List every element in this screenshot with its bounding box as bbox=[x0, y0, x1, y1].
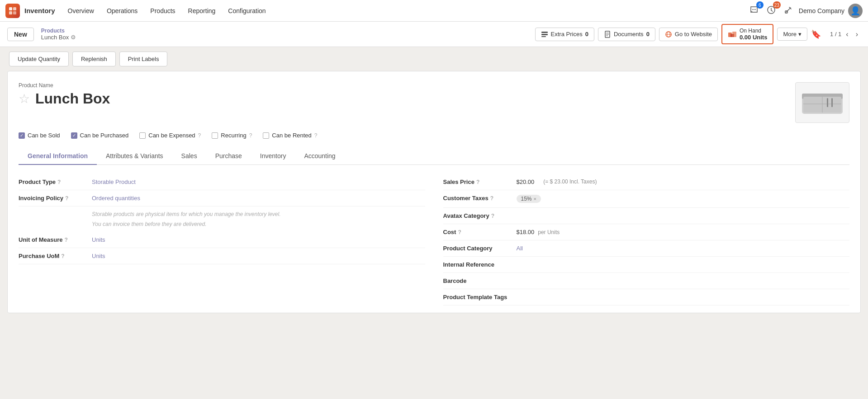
product-template-tags-label: Product Template Tags bbox=[443, 294, 511, 300]
chat-badge: 6 bbox=[756, 1, 764, 9]
documents-label: Documents bbox=[614, 31, 644, 38]
product-image bbox=[795, 82, 849, 123]
go-to-website-button[interactable]: Go to Website bbox=[659, 28, 718, 41]
invoicing-policy-label: Invoicing Policy ? bbox=[19, 195, 86, 202]
can-be-expensed-help-icon[interactable]: ? bbox=[198, 132, 201, 139]
on-hand-value: 0.00 Units bbox=[740, 34, 767, 41]
nav-products[interactable]: Products bbox=[145, 5, 180, 17]
product-type-label: Product Type ? bbox=[19, 178, 86, 185]
svg-rect-23 bbox=[831, 98, 833, 107]
breadcrumb: Products Lunch Box ⚙ bbox=[41, 28, 76, 41]
field-sales-price: Sales Price ? $20.00 (= $ 23.00 Incl. Ta… bbox=[443, 174, 850, 190]
bookmark-button[interactable]: 🔖 bbox=[811, 29, 821, 39]
nav-operations[interactable]: Operations bbox=[101, 5, 143, 17]
cost-value[interactable]: $18.00 bbox=[517, 229, 535, 235]
on-hand-label: On Hand bbox=[740, 28, 761, 34]
sales-price-label: Sales Price ? bbox=[443, 178, 511, 185]
tab-accounting[interactable]: Accounting bbox=[295, 148, 344, 165]
field-unit-of-measure: Unit of Measure ? Units bbox=[19, 232, 425, 248]
favorite-icon[interactable]: ☆ bbox=[19, 91, 30, 106]
svg-point-6 bbox=[755, 9, 756, 10]
gear-icon[interactable]: ⚙ bbox=[71, 34, 76, 41]
purchase-uom-help-icon[interactable]: ? bbox=[61, 253, 64, 259]
user-avatar[interactable]: 👤 bbox=[848, 4, 863, 18]
extra-prices-count: 0 bbox=[585, 31, 588, 38]
product-header: Product Name ☆ Lunch Box bbox=[19, 82, 849, 123]
invoicing-policy-help-icon[interactable]: ? bbox=[65, 195, 68, 202]
extra-prices-button[interactable]: Extra Prices 0 bbox=[535, 28, 594, 41]
field-cost: Cost ? $18.00 per Units bbox=[443, 224, 850, 240]
sales-price-value[interactable]: $20.00 bbox=[517, 178, 535, 185]
field-avatax-category: Avatax Category ? bbox=[443, 208, 850, 224]
unit-of-measure-value[interactable]: Units bbox=[92, 236, 105, 243]
tab-inventory[interactable]: Inventory bbox=[251, 148, 295, 165]
svg-rect-9 bbox=[541, 32, 548, 33]
avatax-category-help-icon[interactable]: ? bbox=[491, 213, 494, 219]
app-logo[interactable] bbox=[5, 4, 20, 18]
more-button[interactable]: More ▾ bbox=[777, 28, 807, 41]
can-be-rented-help-icon[interactable]: ? bbox=[314, 132, 318, 139]
product-name-label: Product Name bbox=[19, 82, 788, 89]
checkboxes-row: Can be Sold Can be Purchased Can be Expe… bbox=[19, 132, 849, 139]
right-column: Sales Price ? $20.00 (= $ 23.00 Incl. Ta… bbox=[443, 174, 850, 305]
new-button[interactable]: New bbox=[7, 28, 34, 41]
product-type-value[interactable]: Storable Product bbox=[92, 178, 136, 185]
checkbox-can-be-expensed[interactable]: Can be Expensed ? bbox=[139, 132, 201, 139]
print-labels-button[interactable]: Print Labels bbox=[119, 52, 168, 66]
recurring-help-icon[interactable]: ? bbox=[249, 132, 252, 139]
tax-badge[interactable]: 15% × bbox=[517, 195, 541, 203]
next-button[interactable]: › bbox=[853, 28, 861, 40]
tab-general-information[interactable]: General Information bbox=[19, 148, 97, 165]
nav-reporting[interactable]: Reporting bbox=[183, 5, 221, 17]
svg-rect-0 bbox=[9, 7, 12, 10]
checkbox-can-be-purchased[interactable]: Can be Purchased bbox=[71, 132, 129, 139]
tab-purchase[interactable]: Purchase bbox=[206, 148, 251, 165]
product-type-description: Storable products are physical items for… bbox=[19, 207, 425, 232]
internal-reference-label: Internal Reference bbox=[443, 261, 511, 268]
sub-toolbar: New Products Lunch Box ⚙ Extra Prices 0 … bbox=[0, 22, 868, 47]
svg-rect-2 bbox=[9, 11, 12, 14]
cost-help-icon[interactable]: ? bbox=[458, 229, 461, 235]
checkbox-can-be-sold[interactable]: Can be Sold bbox=[19, 132, 60, 139]
sales-price-help-icon[interactable]: ? bbox=[476, 179, 479, 185]
top-nav: Inventory Overview Operations Products R… bbox=[0, 0, 868, 22]
tab-attributes-variants[interactable]: Attributes & Variants bbox=[97, 148, 172, 165]
checkbox-recurring[interactable]: Recurring ? bbox=[212, 132, 252, 139]
tools-button[interactable] bbox=[782, 3, 795, 18]
svg-point-5 bbox=[754, 9, 754, 10]
nav-configuration[interactable]: Configuration bbox=[223, 5, 271, 17]
documents-button[interactable]: Documents 0 bbox=[598, 28, 655, 41]
replenish-button[interactable]: Replenish bbox=[72, 52, 116, 66]
clock-button[interactable]: 23 bbox=[764, 3, 778, 18]
prev-button[interactable]: ‹ bbox=[843, 28, 851, 40]
fields-grid: Product Type ? Storable Product Invoicin… bbox=[19, 174, 849, 305]
checkbox-can-be-rented[interactable]: Can be Rented ? bbox=[263, 132, 317, 139]
field-product-category: Product Category All bbox=[443, 240, 850, 257]
field-product-type: Product Type ? Storable Product bbox=[19, 174, 425, 190]
field-product-template-tags: Product Template Tags bbox=[443, 289, 850, 305]
update-quantity-button[interactable]: Update Quantity bbox=[9, 52, 69, 66]
svg-rect-16 bbox=[732, 32, 736, 37]
product-type-help-icon[interactable]: ? bbox=[57, 179, 61, 185]
svg-rect-3 bbox=[13, 11, 16, 14]
purchase-uom-value[interactable]: Units bbox=[92, 253, 105, 259]
documents-count: 0 bbox=[646, 31, 650, 38]
tax-value: 15% bbox=[521, 196, 532, 202]
svg-rect-1 bbox=[13, 7, 16, 10]
price-incl-taxes: (= $ 23.00 Incl. Taxes) bbox=[543, 178, 597, 185]
tax-remove-icon[interactable]: × bbox=[534, 196, 536, 202]
customer-taxes-label: Customer Taxes ? bbox=[443, 195, 511, 202]
unit-of-measure-help-icon[interactable]: ? bbox=[65, 237, 68, 243]
on-hand-button[interactable]: On Hand 0.00 Units bbox=[721, 24, 773, 45]
tab-sales[interactable]: Sales bbox=[172, 148, 206, 165]
customer-taxes-help-icon[interactable]: ? bbox=[490, 195, 493, 202]
clock-badge: 23 bbox=[773, 1, 781, 9]
product-name: Lunch Box bbox=[35, 90, 110, 107]
chat-button[interactable]: 6 bbox=[747, 3, 761, 18]
nav-overview[interactable]: Overview bbox=[62, 5, 100, 17]
invoicing-policy-value[interactable]: Ordered quantities bbox=[92, 195, 140, 202]
field-barcode: Barcode bbox=[443, 273, 850, 289]
product-category-value[interactable]: All bbox=[517, 245, 523, 252]
breadcrumb-parent[interactable]: Products bbox=[41, 28, 76, 34]
pagination: 1 / 1 ‹ › bbox=[830, 28, 861, 40]
